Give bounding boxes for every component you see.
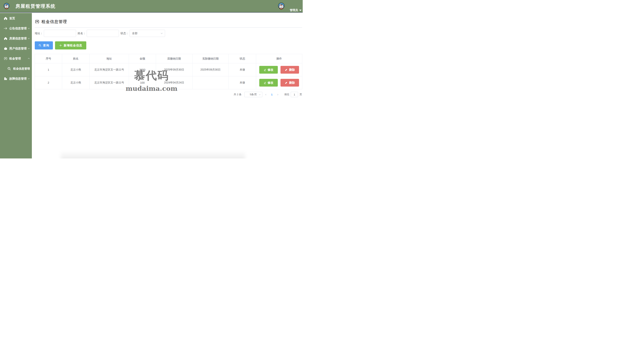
status-select[interactable]: 全部 [130, 30, 165, 37]
user-name-label: 管理员 [290, 9, 298, 12]
chevron-up-icon [28, 57, 30, 60]
user-menu[interactable]: 管理员 [290, 9, 302, 12]
briefcase-icon [4, 47, 8, 51]
cell-due-date: 2025年09月30日 [156, 63, 192, 76]
chevron-down-icon [28, 27, 30, 30]
page-title-row: 租金信息管理 [35, 13, 302, 24]
delete-button-label: 删除 [289, 81, 295, 85]
col-actions: 操作 [256, 54, 302, 63]
current-page[interactable]: 1 [269, 93, 274, 96]
cell-name: 北京小熊 [62, 76, 90, 89]
col-address: 地址 [90, 54, 129, 63]
edit-button-label: 修改 [268, 68, 274, 72]
delete-button[interactable]: 删除 [280, 66, 299, 74]
cell-address: 北京市海淀区文一路11号 [90, 76, 129, 89]
filter-bar: 地址： 姓名： 状态： 全部 [35, 30, 302, 37]
cell-actions: 修改 删除 [256, 76, 302, 89]
delete-pen-icon [285, 68, 288, 71]
sidebar-item-label: 故障信息管理 [9, 77, 27, 81]
cell-paid-date [192, 76, 229, 89]
address-label: 地址： [35, 32, 43, 35]
rent-icon [35, 19, 40, 24]
page-size-value: 5条/页 [250, 93, 257, 96]
sidebar-item-announcements[interactable]: 公告信息管理 [0, 23, 32, 34]
building-icon [4, 77, 8, 81]
chevron-down-icon [259, 94, 261, 96]
cell-status: 未缴 [229, 76, 256, 89]
app-header: 房屋租赁管理系统 管理员 [0, 0, 303, 13]
col-status: 状态 [229, 54, 256, 63]
sidebar-item-faults[interactable]: 故障信息管理 [0, 74, 32, 84]
caret-down-icon [299, 10, 302, 11]
main-content: 租金信息管理 地址： 姓名： 状态： 全部 查询 [32, 13, 303, 158]
add-rent-button-label: 新增租金信息 [64, 44, 82, 47]
cell-actions: 修改 删除 [256, 63, 302, 76]
sidebar-item-rent[interactable]: 租金管理 [0, 54, 32, 64]
chevron-down-icon [28, 78, 30, 80]
chevron-down-icon [28, 37, 30, 40]
table-row: 2 北京小熊 北京市海淀区文一路11号 100 2024年04月24日 未缴 修… [35, 76, 302, 89]
cell-status: 未缴 [229, 63, 256, 76]
bottom-shadow [61, 148, 245, 158]
page-size-select[interactable]: 5条/页 [244, 92, 262, 97]
home-icon [4, 17, 8, 20]
delete-button-label: 删除 [289, 68, 295, 72]
cell-amount: 100 [129, 76, 156, 89]
sidebar-item-label: 用户信息管理 [9, 47, 27, 51]
table-row: 1 北京小熊 北京市海淀区文一路11号 3650 2025年09月30日 202… [35, 63, 302, 76]
cell-paid-date: 2025年09月30日 [192, 63, 229, 76]
toolbar: 查询 新增租金信息 [35, 41, 302, 50]
cell-amount: 3650 [129, 63, 156, 76]
house-icon [4, 37, 8, 40]
col-amount: 金额 [129, 54, 156, 63]
edit-button[interactable]: 修改 [259, 79, 278, 87]
sidebar-item-label: 房屋信息管理 [9, 37, 27, 40]
pagination: 共 2 条 5条/页 ‹ 1 › 前往 页 [35, 92, 302, 97]
col-paid-date: 实际缴纳日期 [192, 54, 229, 63]
sidebar-item-houses[interactable]: 房屋信息管理 [0, 34, 32, 44]
sidebar-item-users[interactable]: 用户信息管理 [0, 44, 32, 54]
status-select-value: 全部 [132, 32, 138, 35]
edit-button[interactable]: 修改 [259, 66, 278, 74]
app-title: 房屋租赁管理系统 [16, 3, 56, 9]
edit-pen-icon [264, 68, 266, 71]
next-page-button[interactable]: › [274, 93, 281, 96]
table-header-row: 序号 姓名 地址 金额 应缴纳日期 实际缴纳日期 状态 操作 [35, 54, 302, 63]
edit-button-label: 修改 [268, 81, 274, 85]
sidebar-item-label: 租金管理 [9, 57, 21, 61]
col-index: 序号 [35, 54, 62, 63]
delete-button[interactable]: 删除 [280, 79, 299, 87]
rent-table: 序号 姓名 地址 金额 应缴纳日期 实际缴纳日期 状态 操作 1 北京小熊 北京… [35, 54, 302, 89]
arrow-right-icon [4, 27, 8, 30]
search-icon [38, 44, 42, 47]
name-input[interactable] [87, 30, 119, 37]
address-input[interactable] [44, 30, 76, 37]
goto-unit: 页 [300, 93, 302, 96]
status-label: 状态： [120, 32, 128, 35]
sidebar-item-label: 租金信息管理 [13, 67, 30, 71]
table-body: 1 北京小熊 北京市海淀区文一路11号 3650 2025年09月30日 202… [35, 63, 302, 89]
goto-label: 前往 [284, 93, 290, 96]
sidebar-item-home[interactable]: 首页 [0, 13, 32, 23]
sidebar-item-rent-info[interactable]: 租金信息管理 [0, 64, 32, 74]
rent-icon [4, 57, 8, 61]
delete-pen-icon [285, 81, 288, 84]
cell-due-date: 2024年04月24日 [156, 76, 192, 89]
chevron-down-icon [28, 47, 30, 50]
doraemon-logo-icon [3, 2, 10, 10]
page-title: 租金信息管理 [42, 19, 67, 24]
sidebar-item-label: 公告信息管理 [9, 27, 27, 30]
col-name: 姓名 [62, 54, 90, 63]
goto-page-input[interactable] [291, 92, 298, 97]
cell-address: 北京市海淀区文一路11号 [90, 63, 129, 76]
prev-page-button[interactable]: ‹ [262, 93, 269, 96]
user-avatar[interactable] [278, 2, 285, 11]
search-button[interactable]: 查询 [35, 41, 53, 50]
name-label: 姓名： [78, 32, 86, 35]
chevron-down-icon [160, 32, 163, 35]
edit-pen-icon [264, 81, 266, 84]
sidebar-item-label: 首页 [9, 17, 15, 20]
cell-name: 北京小熊 [62, 63, 90, 76]
cell-index: 1 [35, 63, 62, 76]
add-rent-button[interactable]: 新增租金信息 [55, 41, 86, 50]
